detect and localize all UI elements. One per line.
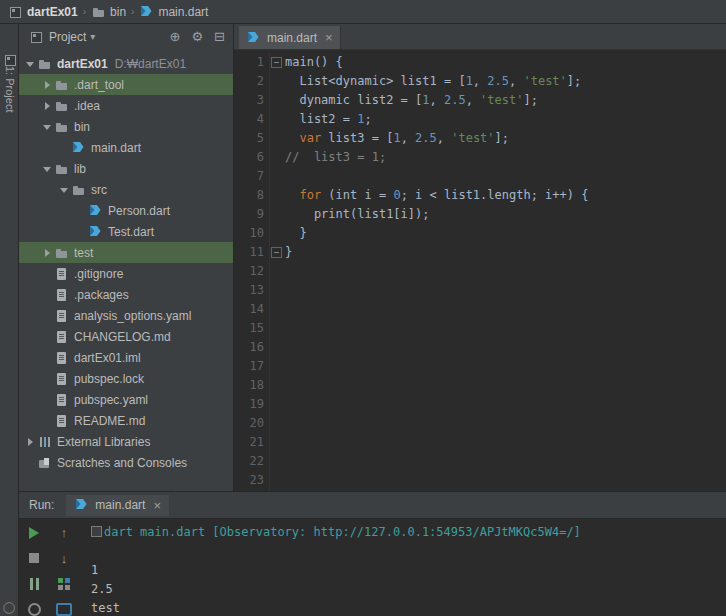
dart-icon (246, 30, 262, 46)
chevron-spacer (41, 392, 54, 408)
tree-item-external-libraries[interactable]: External Libraries (19, 431, 233, 452)
breadcrumb-item-bin[interactable]: bin (89, 4, 128, 20)
tree-item-label: .gitignore (74, 267, 123, 281)
tree-item-dartex01[interactable]: dartEx01D:₩dartEx01 (19, 53, 233, 74)
tree-item-pubspec-lock[interactable]: pubspec.lock (19, 368, 233, 389)
run-console[interactable]: dart main.dart [Observatory: http://127.… (85, 519, 726, 616)
run-tab-main-dart[interactable]: main.dart × (66, 495, 169, 516)
toolwindow-switcher-icon[interactable]: ◯ (3, 601, 15, 614)
breadcrumb-separator: › (83, 6, 86, 17)
project-toolwindow-icon[interactable] (3, 52, 15, 64)
code-line: var list3 = [1, 2.5, 'test']; (285, 129, 726, 148)
tree-item-test[interactable]: test (19, 242, 233, 263)
circle-button[interactable] (26, 603, 42, 616)
tree-item-changelog-md[interactable]: CHANGELOG.md (19, 326, 233, 347)
fold-marker[interactable]: − (270, 243, 283, 262)
fold-spacer (270, 357, 283, 376)
main-row: 1: Project ◯ Project ▾ ⊕⚙⊟ dartEx01D:₩da… (0, 24, 726, 616)
down-button[interactable]: ↓ (56, 552, 72, 566)
fold-spacer (270, 186, 283, 205)
project-view-title[interactable]: Project (49, 30, 86, 44)
chevron-down-icon[interactable]: ▾ (90, 31, 95, 42)
locate-icon[interactable]: ⊕ (170, 29, 181, 44)
project-view-icon (29, 29, 45, 45)
pause-icon (29, 578, 40, 590)
tree-item-bin[interactable]: bin (19, 116, 233, 137)
line-number: 14 (234, 300, 264, 319)
dart-icon (88, 224, 104, 240)
tree-item-label: pubspec.lock (74, 372, 144, 386)
console-output: 12.5test (91, 561, 726, 616)
fold-spacer (270, 205, 283, 224)
code-token: 2.5 (415, 131, 437, 145)
chevron-right-icon[interactable] (41, 98, 54, 114)
run-panel-body: ↑↓ dart main.dart [Observatory: http://1… (19, 519, 726, 616)
code-token: var (299, 131, 321, 145)
fold-spacer (270, 300, 283, 319)
code-line (285, 414, 726, 433)
pause-button[interactable] (26, 577, 42, 591)
code-token: , (466, 93, 480, 107)
tree-item-dartex01-iml[interactable]: dartEx01.iml (19, 347, 233, 368)
chevron-right-icon[interactable] (24, 434, 37, 450)
editor-tab-main-dart[interactable]: main.dart × (239, 26, 341, 49)
editor-body[interactable]: 1234567891011121314151617181920212223 −−… (234, 50, 726, 491)
chevron-right-icon[interactable] (41, 77, 54, 93)
code-token: // list3 = 1; (285, 150, 386, 164)
fold-spacer (270, 452, 283, 471)
project-tree: dartEx01D:₩dartEx01.dart_tool.ideabinmai… (19, 49, 233, 491)
fold-spacer (270, 167, 283, 186)
tree-item-idea[interactable]: .idea (19, 95, 233, 116)
collapse-icon[interactable]: ⊟ (214, 29, 225, 44)
tree-item-src[interactable]: src (19, 179, 233, 200)
code-token: ; (364, 112, 371, 126)
up-button[interactable]: ↑ (56, 526, 72, 540)
tree-item-pubspec-yaml[interactable]: pubspec.yaml (19, 389, 233, 410)
monitor-button[interactable] (56, 603, 72, 616)
tree-item-label: pubspec.yaml (74, 393, 148, 407)
code-area[interactable]: main() { List<dynamic> list1 = [1, 2.5, … (283, 53, 726, 491)
code-line (285, 376, 726, 395)
chevron-down-icon[interactable] (41, 161, 54, 177)
breadcrumb-item-dartex01[interactable]: dartEx01 (6, 4, 80, 20)
code-line (285, 300, 726, 319)
project-toolwindow-button[interactable]: 1: Project (4, 66, 16, 112)
tree-item-dart-tool[interactable]: .dart_tool (19, 74, 233, 95)
run-toolbar-right: ↑↓ (49, 526, 79, 616)
layout-button[interactable] (56, 577, 72, 591)
run-icon (29, 527, 39, 539)
close-icon[interactable]: × (153, 499, 161, 512)
tree-item-lib[interactable]: lib (19, 158, 233, 179)
close-icon[interactable]: × (325, 31, 333, 44)
line-number: 9 (234, 205, 264, 224)
tree-item-readme-md[interactable]: README.md (19, 410, 233, 431)
tree-item-label: Scratches and Consoles (57, 456, 187, 470)
code-token: ]; (495, 131, 509, 145)
code-token: , (473, 74, 487, 88)
code-token (285, 131, 299, 145)
stop-button[interactable] (26, 552, 42, 566)
fold-minus-icon: − (271, 247, 282, 258)
fold-spacer (270, 129, 283, 148)
tree-item-gitignore[interactable]: .gitignore (19, 263, 233, 284)
fold-column: −− (270, 53, 283, 491)
line-number: 12 (234, 262, 264, 281)
tree-item-person-dart[interactable]: Person.dart (19, 200, 233, 221)
breadcrumb-item-main-dart[interactable]: main.dart (137, 4, 210, 20)
code-line: List<dynamic> list1 = [1, 2.5, 'test']; (285, 72, 726, 91)
chevron-right-icon[interactable] (41, 245, 54, 261)
run-button[interactable] (26, 526, 42, 540)
tree-item-analysis-options-yaml[interactable]: analysis_options.yaml (19, 305, 233, 326)
tree-item-scratches-and-consoles[interactable]: Scratches and Consoles (19, 452, 233, 473)
breadcrumb-separator: › (131, 6, 134, 17)
code-token: (int i = (321, 188, 393, 202)
gear-icon[interactable]: ⚙ (191, 29, 203, 44)
tree-item-test-dart[interactable]: Test.dart (19, 221, 233, 242)
chevron-down-icon[interactable] (58, 182, 71, 198)
chevron-down-icon[interactable] (24, 56, 37, 72)
tree-item-packages[interactable]: .packages (19, 284, 233, 305)
fold-marker[interactable]: − (270, 53, 283, 72)
tree-item-label: Person.dart (108, 204, 170, 218)
chevron-down-icon[interactable] (41, 119, 54, 135)
tree-item-main-dart[interactable]: main.dart (19, 137, 233, 158)
